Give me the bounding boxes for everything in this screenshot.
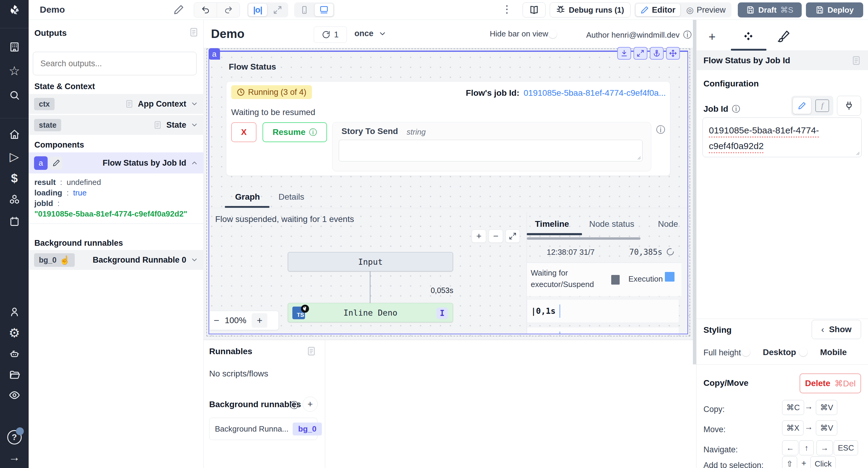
chevron-down-icon[interactable] — [190, 121, 198, 129]
favorites-star-icon[interactable]: ☆ — [9, 64, 20, 78]
styling-brush-tab[interactable] — [777, 30, 790, 43]
audit-eye-icon[interactable] — [9, 390, 20, 401]
info-icon[interactable]: ⓘ — [656, 124, 665, 136]
fullwidth-layout-button[interactable] — [268, 4, 287, 16]
draft-button[interactable]: Draft ⌘S — [738, 2, 802, 18]
users-icon[interactable] — [9, 306, 20, 317]
state-row[interactable]: state State — [29, 115, 204, 135]
component-settings-tab[interactable] — [742, 31, 754, 43]
graph-fullscreen-button[interactable] — [505, 230, 520, 243]
tab-node[interactable]: Node — [658, 219, 678, 229]
show-styling-button[interactable]: ‹ Show — [812, 320, 861, 339]
workers-robot-icon[interactable] — [9, 348, 20, 359]
chevron-down-icon[interactable] — [190, 100, 198, 108]
ctx-doc-icon[interactable] — [125, 99, 134, 108]
eval-input-fx-button[interactable]: f — [815, 99, 829, 112]
kebab-menu-icon[interactable]: ⋮ — [502, 3, 512, 15]
kbd-copy-1: ⌘C — [782, 400, 804, 415]
prop-loading: loading : true — [34, 188, 87, 198]
deploy-button[interactable]: Deploy — [806, 2, 863, 18]
delete-button[interactable]: Delete ⌘Del — [800, 373, 861, 393]
search-icon[interactable] — [9, 90, 20, 101]
tab-preview[interactable]: ◎ Preview — [681, 4, 730, 16]
help-icon[interactable]: ? — [7, 430, 22, 444]
tab-node-status[interactable]: Node status — [589, 219, 634, 229]
zoom-in-icon[interactable]: + — [252, 313, 267, 328]
state-doc-icon[interactable] — [153, 121, 162, 130]
resume-button[interactable]: Resume ⓘ — [262, 122, 327, 142]
copy-move-title: Copy/Move — [704, 378, 748, 388]
bg-runnables-title: Background runnables — [209, 400, 301, 409]
add-background-runnable-button[interactable]: + — [303, 397, 318, 412]
workspace-building-icon[interactable] — [9, 41, 20, 53]
save-icon — [746, 6, 755, 14]
runnables-doc-icon[interactable] — [306, 346, 316, 356]
home-icon[interactable] — [9, 129, 20, 140]
app-canvas[interactable]: a Flow Status Running (3 of 4) Flow's jo… — [204, 48, 696, 340]
graph-zoom-in-button[interactable]: + — [472, 230, 486, 243]
component-tag-badge[interactable]: a — [209, 48, 220, 60]
tab-editor[interactable]: Editor — [636, 4, 680, 16]
refresh-count-button[interactable]: 1 — [314, 27, 347, 43]
info-icon[interactable]: ⓘ — [290, 400, 299, 411]
collapse-sidebar-arrow-icon[interactable]: → — [9, 451, 20, 464]
search-outputs-input[interactable] — [33, 52, 196, 75]
windmill-logo[interactable] — [8, 3, 21, 16]
chevron-up-icon[interactable] — [190, 159, 198, 167]
rename-pencil-icon[interactable] — [50, 157, 63, 170]
fullscreen-icon[interactable] — [633, 47, 647, 60]
move-icon[interactable] — [666, 47, 680, 60]
canvas-scrollbar[interactable] — [693, 20, 696, 364]
insert-component-tab[interactable]: + — [709, 30, 715, 44]
zoom-out-icon[interactable]: − — [214, 315, 219, 326]
tab-timeline[interactable]: Timeline — [535, 219, 569, 229]
flow-node-inline-deno[interactable]: TS Inline Deno I — [288, 303, 453, 322]
redo-button[interactable] — [217, 3, 240, 17]
variables-dollar-icon[interactable]: $ — [11, 172, 18, 185]
schedules-calendar-icon[interactable] — [9, 216, 20, 227]
kbd-nav-left: ← — [782, 440, 798, 455]
timeline-hscrollbar[interactable] — [527, 237, 641, 240]
flow-job-id-label: Flow's job Id: — [466, 88, 520, 98]
info-icon[interactable]: ⓘ — [732, 104, 740, 114]
cancel-button[interactable]: X — [231, 122, 256, 142]
center-layout-button[interactable]: |o| — [248, 4, 267, 16]
resize-handle[interactable] — [855, 151, 860, 156]
expand-down-icon[interactable] — [617, 47, 631, 60]
tab-details[interactable]: Details — [278, 192, 304, 202]
flow-job-id-link[interactable]: 0191085e-5baa-81ef-4774-c9ef4f0a... — [524, 88, 666, 98]
resize-handle[interactable] — [636, 155, 641, 160]
runs-play-icon[interactable]: ▷ — [10, 150, 19, 164]
flow-status-component[interactable]: Flow Status Running (3 of 4) Flow's job … — [209, 51, 688, 334]
desktop-view-button[interactable] — [315, 4, 333, 16]
connect-plug-button[interactable] — [837, 96, 861, 115]
tab-graph[interactable]: Graph — [235, 192, 260, 202]
graph-zoom-out-button[interactable]: − — [489, 230, 503, 243]
settings-gear-icon[interactable]: ⚙ — [9, 326, 20, 340]
component-doc-icon[interactable] — [851, 56, 861, 66]
runnables-panel: Runnables No scripts/flows Background ru… — [204, 340, 696, 468]
story-textarea[interactable] — [339, 140, 643, 161]
zoom-level: 100% — [225, 315, 247, 325]
node-deno-label: Inline Deno — [344, 308, 398, 317]
timeline-row-tick — [559, 332, 560, 334]
edit-title-pencil-icon[interactable] — [173, 4, 184, 15]
resources-cubes-icon[interactable] — [9, 194, 20, 205]
background-runnable-row[interactable]: bg_0 ☝ Background Runnable 0 — [29, 250, 204, 270]
component-row-selected[interactable]: a Flow Status by Job Id — [29, 153, 204, 173]
chevron-down-icon[interactable] — [190, 256, 198, 264]
anchor-icon[interactable] — [650, 47, 664, 60]
job-id-input[interactable]: 0191085e-5baa-81ef-4774- c9ef4f0a92d2 — [703, 118, 862, 157]
outputs-doc-icon[interactable] — [189, 27, 199, 37]
background-runnable-item[interactable]: Background Runna... bg_0 — [209, 418, 317, 440]
folders-icon[interactable] — [9, 370, 20, 380]
mobile-view-button[interactable] — [296, 4, 313, 16]
docs-book-button[interactable] — [523, 2, 546, 18]
ctx-row[interactable]: ctx App Context — [29, 94, 204, 114]
static-input-pencil-button[interactable] — [793, 98, 811, 114]
debug-runs-button[interactable]: Debug runs (1) — [550, 2, 630, 18]
schedule-dropdown[interactable]: once — [354, 29, 387, 38]
flow-node-input[interactable]: Input — [288, 252, 453, 271]
undo-button[interactable] — [194, 3, 217, 17]
info-icon[interactable]: ⓘ — [683, 29, 692, 41]
